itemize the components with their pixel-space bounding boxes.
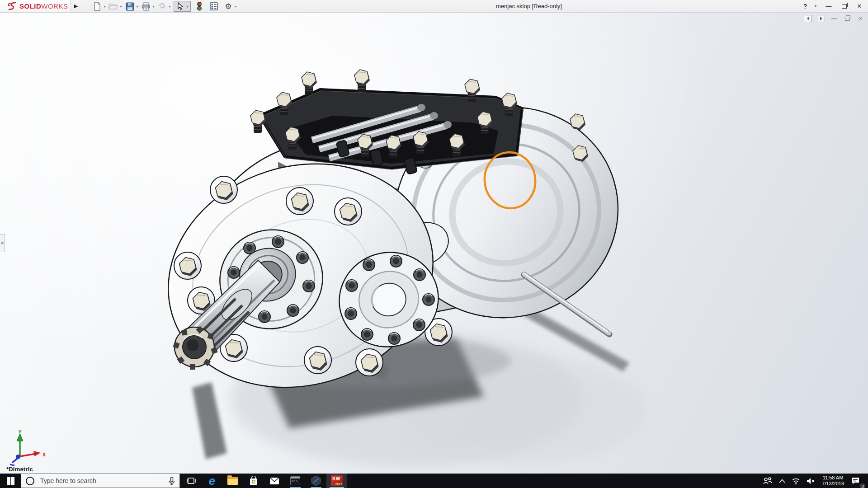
solidworks-app-icon: SW 2017: [331, 475, 343, 486]
store-icon: [249, 476, 259, 486]
system-tray: 11:58 AM 7/13/2018 3: [760, 474, 868, 488]
undo-button[interactable]: ▾: [157, 1, 172, 11]
rebuild-button[interactable]: [194, 1, 204, 11]
new-document-button[interactable]: ▾: [92, 1, 107, 11]
file-explorer-button[interactable]: [222, 474, 243, 488]
file-explorer-icon: [227, 477, 238, 485]
edge-icon: e: [209, 475, 215, 487]
open-icon: [108, 1, 118, 11]
store-button[interactable]: [243, 474, 264, 488]
save-icon: [125, 1, 135, 11]
search-input[interactable]: Type here to search: [21, 474, 180, 488]
task-view-button[interactable]: [181, 474, 202, 488]
close-button[interactable]: ✕: [854, 1, 865, 12]
volume-button[interactable]: [803, 474, 818, 488]
task-view-icon: [187, 477, 196, 485]
gearbox-3d-model[interactable]: [0, 13, 868, 474]
help-button[interactable]: ?: [799, 1, 811, 12]
restore-icon: [842, 4, 847, 9]
menu-flyout-button[interactable]: ▶: [72, 1, 80, 11]
solidworks-logo-icon: [6, 2, 18, 11]
taskbar-apps: e C:\: [181, 474, 347, 488]
new-document-dropdown[interactable]: ▾: [103, 5, 107, 9]
windows-taskbar: Type here to search e: [0, 474, 868, 488]
file-properties-button[interactable]: [209, 1, 219, 11]
options-gear-icon: ⚙: [225, 3, 231, 10]
logo-text-solid: SOLID: [19, 2, 41, 10]
print-icon: [141, 1, 151, 11]
orientation-triad: Y X: [5, 428, 50, 467]
window-controls: ? ▾ — ✕: [799, 0, 865, 12]
print-button[interactable]: ▾: [141, 1, 156, 11]
select-cursor-icon: [175, 1, 185, 11]
microphone-icon[interactable]: [169, 477, 175, 486]
clock[interactable]: 11:58 AM 7/13/2018: [818, 475, 848, 487]
edrawings-icon: [311, 475, 321, 486]
title-bar: SOLIDWORKS ▶ ▾ ▾ ▾ ▾ ▾: [0, 0, 868, 13]
options-dropdown[interactable]: ▾: [234, 5, 238, 9]
rebuild-traffic-light-icon: [194, 1, 204, 11]
action-center-icon: [851, 477, 860, 485]
edrawings-button[interactable]: [306, 474, 326, 488]
wifi-icon: [792, 478, 800, 484]
triad-x-label: X: [42, 452, 46, 457]
graphics-viewport[interactable]: — ✕: [0, 13, 868, 474]
people-button[interactable]: [760, 474, 776, 488]
options-button[interactable]: ⚙ ▾: [223, 1, 238, 11]
start-button[interactable]: [0, 474, 21, 488]
file-properties-icon: [209, 1, 219, 11]
minimize-button[interactable]: —: [823, 1, 835, 12]
logo-text-works: WORKS: [41, 2, 68, 10]
save-button[interactable]: ▾: [125, 1, 139, 11]
document-title: menjac sklop [Read-only]: [452, 0, 606, 12]
open-dropdown[interactable]: ▾: [119, 5, 123, 9]
search-placeholder: Type here to search: [40, 477, 96, 484]
new-document-icon: [92, 1, 102, 11]
help-dropdown[interactable]: ▾: [815, 4, 819, 8]
people-icon: [763, 477, 773, 484]
save-dropdown[interactable]: ▾: [135, 5, 139, 9]
select-dropdown[interactable]: ▾: [185, 5, 189, 9]
mail-button[interactable]: [264, 474, 285, 488]
mail-icon: [269, 477, 279, 485]
restore-button[interactable]: [838, 1, 850, 12]
network-button[interactable]: [788, 474, 803, 488]
undo-dropdown[interactable]: ▾: [168, 5, 172, 9]
standard-toolbar: ▾ ▾ ▾ ▾ ▾ ▾: [92, 1, 240, 12]
undo-icon: [157, 1, 167, 11]
windows-logo-icon: [7, 477, 14, 485]
select-tool-button[interactable]: ▾: [174, 1, 191, 12]
chevron-up-icon: [779, 479, 785, 483]
solidworks-logo: SOLIDWORKS: [0, 0, 71, 12]
command-prompt-icon: C:\: [290, 476, 300, 485]
volume-muted-icon: [807, 478, 815, 484]
command-prompt-button[interactable]: C:\: [285, 474, 306, 488]
cortana-icon: [26, 477, 34, 485]
view-orientation-label: *Dimetric: [6, 466, 33, 473]
clock-time: 11:58 AM: [822, 475, 844, 481]
edge-button[interactable]: e: [202, 474, 222, 488]
clock-date: 7/13/2018: [822, 481, 844, 487]
print-dropdown[interactable]: ▾: [151, 5, 156, 9]
show-hidden-icons-button[interactable]: [776, 474, 788, 488]
action-center-button[interactable]: 3: [848, 474, 863, 488]
solidworks-button[interactable]: SW 2017: [326, 474, 347, 488]
open-button[interactable]: ▾: [108, 1, 123, 11]
notification-badge: 3: [859, 483, 866, 488]
